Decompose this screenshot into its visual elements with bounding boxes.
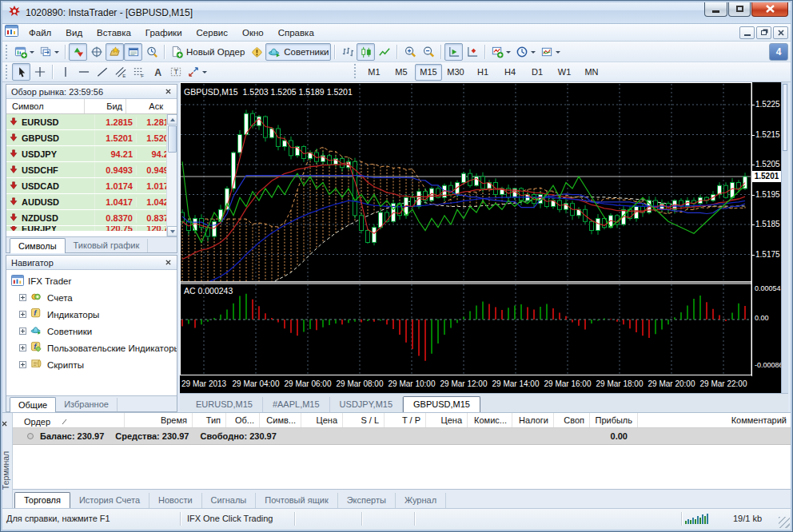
timeframe-D1[interactable]: D1 <box>524 64 551 81</box>
terminal-tab-Сигналы[interactable]: Сигналы <box>202 493 257 508</box>
chart-tab-USDJPY,M15[interactable]: USDJPY,M15 <box>330 397 403 412</box>
button-new-order-icon[interactable]: Новый Ордер <box>168 43 247 61</box>
terminal-column-T / P[interactable]: T / P <box>385 413 426 427</box>
terminal-close-icon[interactable] <box>2 415 7 430</box>
navigator-root[interactable]: IFX Trader <box>11 272 177 289</box>
mdi-minimize-button[interactable] <box>739 26 755 39</box>
toolbar-grip[interactable] <box>6 65 10 79</box>
terminal-column-Налоги[interactable]: Налоги <box>512 413 554 427</box>
cursor-icon[interactable] <box>12 63 30 81</box>
timeframe-M15[interactable]: M15 <box>415 64 442 81</box>
chart-tab-#AAPL,M15[interactable]: #AAPL,M15 <box>263 397 330 412</box>
menu-item-Вид[interactable]: Вид <box>58 26 90 40</box>
zoom-in-icon[interactable] <box>400 43 419 61</box>
timeframe-H1[interactable]: H1 <box>469 64 496 81</box>
navigator-close-icon[interactable] <box>163 257 173 268</box>
chart-tab-EURUSD,M15[interactable]: EURUSD,M15 <box>186 397 263 412</box>
alert-icon[interactable] <box>247 43 265 61</box>
scroll-down-icon[interactable] <box>167 226 177 236</box>
indicators-icon[interactable] <box>488 43 513 61</box>
crosshair-icon[interactable] <box>30 63 49 81</box>
terminal-column-S / L[interactable]: S / L <box>343 413 385 427</box>
menu-item-Сервис[interactable]: Сервис <box>189 26 235 40</box>
navigator-item-Пользовательские Индикаторы[interactable]: fПользовательские Индикаторы <box>11 339 177 356</box>
navigator-icon[interactable] <box>106 43 124 61</box>
navigator-tab-Избранное[interactable]: Избранное <box>56 398 118 411</box>
terminal-tab-История Счета[interactable]: История Счета <box>70 493 149 508</box>
menu-item-Окно[interactable]: Окно <box>235 26 271 40</box>
terminal-icon[interactable] <box>124 43 142 61</box>
terminal-tab-Торговля[interactable]: Торговля <box>14 492 70 508</box>
candlestick-icon[interactable] <box>357 43 375 61</box>
terminal-column-Время[interactable]: Время <box>125 413 193 427</box>
timeframe-H4[interactable]: H4 <box>496 64 524 81</box>
market-watch-tab-Тиковый график[interactable]: Тиковый график <box>66 239 149 252</box>
quote-row-USDCAD[interactable]: USDCAD1.01741.0177 <box>6 178 177 194</box>
button-advisors-icon[interactable]: Советники <box>265 43 331 61</box>
quote-row-USDCHF[interactable]: USDCHF0.94930.9496 <box>6 162 177 178</box>
navigator-tab-Общие[interactable]: Общие <box>10 397 56 412</box>
menu-item-Справка[interactable]: Справка <box>271 26 321 40</box>
periods-icon[interactable] <box>513 43 538 61</box>
chart-shift-icon[interactable] <box>463 43 481 61</box>
zoom-out-icon[interactable] <box>419 43 437 61</box>
quote-row-EURJPY[interactable]: EURJPY120.75120.79 <box>6 226 177 232</box>
chart-tab-GBPUSD,M15[interactable]: GBPUSD,M15 <box>403 396 480 412</box>
quote-row-GBPUSD[interactable]: GBPUSD1.52011.5204 <box>6 130 177 146</box>
notifications-button[interactable]: 4 <box>769 43 788 61</box>
new-chart-icon[interactable] <box>12 43 37 61</box>
quote-row-USDJPY[interactable]: USDJPY94.2194.24 <box>6 146 177 162</box>
close-button[interactable] <box>751 2 788 17</box>
column-bid[interactable]: Бид <box>85 99 126 113</box>
vertical-line-icon[interactable] <box>56 63 74 81</box>
timeframe-M5[interactable]: M5 <box>388 64 415 81</box>
navigator-item-Скрипты[interactable]: Скрипты <box>11 356 177 373</box>
terminal-column-Комис...[interactable]: Комис... <box>468 413 512 427</box>
data-window-icon[interactable] <box>87 43 106 61</box>
quote-row-EURUSD[interactable]: EURUSD1.28151.2818 <box>6 114 177 130</box>
timeframe-MN[interactable]: MN <box>578 64 605 81</box>
terminal-tab-Эксперты[interactable]: Эксперты <box>338 493 396 508</box>
terminal-column-Тип[interactable]: Тип <box>193 413 226 427</box>
terminal-column-Об...[interactable]: Об... <box>226 413 260 427</box>
line-chart-icon[interactable] <box>375 43 393 61</box>
arrows-icon[interactable] <box>185 63 209 81</box>
market-watch-icon[interactable] <box>69 43 87 61</box>
quote-row-NZDUSD[interactable]: NZDUSD0.83700.8373 <box>6 210 177 226</box>
mdi-close-button[interactable] <box>773 26 788 39</box>
expand-plus-icon[interactable] <box>19 294 26 301</box>
navigator-item-Счета[interactable]: Счета <box>11 289 177 306</box>
templates-icon[interactable] <box>538 43 563 61</box>
auto-scroll-icon[interactable] <box>444 43 463 61</box>
scroll-up-icon[interactable] <box>167 114 177 125</box>
menu-item-Вставка[interactable]: Вставка <box>90 26 138 40</box>
terminal-tab-Почтовый ящик[interactable]: Почтовый ящик <box>256 493 337 508</box>
timeframe-M1[interactable]: M1 <box>361 64 388 81</box>
toolbar-grip[interactable] <box>354 64 358 78</box>
profiles-icon[interactable] <box>37 43 62 61</box>
quote-row-AUDUSD[interactable]: AUDUSD1.04171.0420 <box>6 194 177 210</box>
strategy-tester-icon[interactable] <box>142 43 161 61</box>
chart-plot[interactable] <box>180 82 788 393</box>
terminal-tab-Новости[interactable]: Новости <box>149 493 202 508</box>
terminal-column-Своп[interactable]: Своп <box>554 413 590 427</box>
minimize-button[interactable] <box>704 2 727 17</box>
chart-scrollbar[interactable] <box>781 82 788 393</box>
bar-chart-icon[interactable] <box>338 43 357 61</box>
column-symbol[interactable]: Символ <box>6 99 85 113</box>
expand-plus-icon[interactable] <box>19 311 26 318</box>
navigator-item-Советники[interactable]: Советники <box>11 323 177 339</box>
menu-item-Графики[interactable]: Графики <box>138 26 189 40</box>
status-one-click-trading[interactable]: IFX One Click Trading <box>181 512 296 526</box>
expand-plus-icon[interactable] <box>19 344 26 351</box>
fibonacci-icon[interactable]: F <box>130 63 148 81</box>
chart-canvas[interactable]: GBPUSD,M15 1.5203 1.5205 1.5189 1.5201 A… <box>180 82 788 393</box>
maximize-button[interactable] <box>728 2 751 17</box>
terminal-tab-Журнал[interactable]: Журнал <box>396 493 446 508</box>
navigator-item-Индикаторы[interactable]: fИндикаторы <box>11 306 177 323</box>
expand-plus-icon[interactable] <box>19 328 26 335</box>
scrollbar-thumb[interactable] <box>168 125 177 153</box>
text-label-icon[interactable]: T <box>166 63 185 81</box>
terminal-column-Комментарий[interactable]: Комментарий <box>638 413 793 427</box>
market-watch-tab-Символы[interactable]: Символы <box>10 238 66 253</box>
